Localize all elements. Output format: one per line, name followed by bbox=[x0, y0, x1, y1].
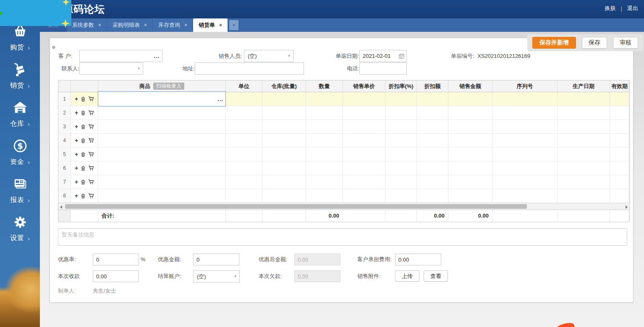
grid-cell[interactable] bbox=[417, 175, 448, 189]
grid-cell[interactable] bbox=[385, 134, 417, 148]
grid-cell[interactable] bbox=[417, 161, 448, 175]
grid-cell[interactable] bbox=[417, 134, 448, 148]
grid-cell[interactable] bbox=[306, 175, 343, 189]
cart-icon[interactable] bbox=[88, 151, 94, 157]
tab-purchase-detail[interactable]: 采购明细表× bbox=[107, 18, 153, 32]
remark-textarea[interactable] bbox=[58, 228, 627, 246]
grid-cell[interactable] bbox=[306, 148, 343, 161]
add-row-icon[interactable]: + bbox=[75, 138, 78, 143]
received-input[interactable] bbox=[93, 270, 139, 282]
grid-cell[interactable] bbox=[448, 148, 492, 161]
grid-cell[interactable] bbox=[558, 134, 610, 148]
settle-account-select[interactable]: (空) ▾ bbox=[193, 270, 240, 283]
grid-cell[interactable] bbox=[492, 134, 558, 148]
salesperson-select[interactable]: (空) ▾ bbox=[244, 50, 293, 62]
audit-button[interactable]: 审核 bbox=[613, 37, 638, 49]
grid-cell[interactable] bbox=[226, 106, 262, 120]
delete-row-icon[interactable] bbox=[81, 110, 86, 116]
grid-cell[interactable] bbox=[385, 106, 417, 120]
grid-cell[interactable] bbox=[306, 120, 343, 134]
customer-fee-input[interactable] bbox=[395, 254, 441, 265]
panel-settings-icon[interactable] bbox=[52, 44, 56, 51]
grid-cell[interactable] bbox=[448, 189, 492, 203]
cart-icon[interactable] bbox=[88, 124, 94, 130]
grid-cell[interactable] bbox=[98, 106, 226, 120]
tab-close-icon[interactable]: × bbox=[184, 18, 187, 32]
grid-cell[interactable] bbox=[492, 92, 558, 106]
grid-cell[interactable] bbox=[558, 106, 610, 120]
tab-sales-order[interactable]: 销货单× bbox=[193, 18, 228, 32]
tab-inventory-query[interactable]: 库存查询× bbox=[153, 18, 193, 32]
cart-icon[interactable] bbox=[88, 193, 94, 199]
grid-cell[interactable] bbox=[98, 120, 226, 134]
grid-cell[interactable] bbox=[343, 189, 385, 203]
scan-input-button[interactable]: 扫描枪录入 bbox=[153, 83, 184, 90]
grid-cell[interactable] bbox=[558, 120, 610, 134]
save-button[interactable]: 保存 bbox=[582, 37, 607, 49]
grid-cell[interactable] bbox=[448, 175, 492, 189]
view-button[interactable]: 查看 bbox=[424, 270, 448, 282]
delete-row-icon[interactable] bbox=[81, 96, 86, 102]
grid-cell[interactable] bbox=[262, 106, 306, 120]
cart-icon[interactable] bbox=[88, 165, 94, 171]
grid-cell[interactable] bbox=[610, 175, 629, 189]
grid-cell[interactable] bbox=[343, 134, 385, 148]
grid-cell[interactable] bbox=[343, 92, 385, 106]
tab-close-icon[interactable]: × bbox=[98, 18, 101, 32]
tab-system-params[interactable]: 系统参数× bbox=[67, 18, 107, 32]
grid-cell[interactable] bbox=[417, 189, 448, 203]
grid-cell[interactable] bbox=[226, 134, 262, 148]
grid-cell[interactable] bbox=[385, 120, 417, 134]
delete-row-icon[interactable] bbox=[81, 152, 86, 157]
upload-button[interactable]: 上传 bbox=[395, 270, 419, 282]
grid-cell[interactable] bbox=[226, 161, 262, 175]
grid-cell[interactable] bbox=[448, 106, 492, 120]
grid-cell[interactable] bbox=[492, 161, 558, 175]
sidebar-item-reports[interactable]: 报表› bbox=[0, 176, 40, 214]
customer-input[interactable] bbox=[79, 50, 162, 62]
grid-cell[interactable] bbox=[306, 92, 343, 106]
grid-cell[interactable] bbox=[385, 161, 417, 175]
grid-cell[interactable] bbox=[492, 189, 558, 203]
grid-cell[interactable] bbox=[385, 189, 417, 203]
grid-cell[interactable] bbox=[610, 189, 629, 203]
add-row-icon[interactable]: + bbox=[75, 96, 78, 102]
grid-cell[interactable] bbox=[385, 148, 417, 161]
grid-cell[interactable] bbox=[492, 148, 558, 161]
tab-close-icon[interactable]: × bbox=[144, 18, 147, 32]
product-lookup-icon[interactable]: ... bbox=[215, 96, 225, 102]
delete-row-icon[interactable] bbox=[81, 166, 86, 171]
save-and-new-button[interactable]: 保存并新增 bbox=[532, 37, 576, 49]
grid-cell[interactable] bbox=[343, 106, 385, 120]
grid-cell[interactable] bbox=[558, 189, 610, 203]
grid-cell[interactable] bbox=[343, 175, 385, 189]
grid-cell[interactable] bbox=[448, 92, 492, 106]
grid-cell[interactable] bbox=[610, 161, 629, 175]
grid-cell[interactable] bbox=[492, 106, 558, 120]
add-row-icon[interactable]: + bbox=[75, 151, 78, 157]
grid-cell[interactable] bbox=[306, 161, 343, 175]
grid-cell[interactable] bbox=[98, 161, 226, 175]
grid-cell[interactable] bbox=[610, 148, 629, 161]
grid-cell[interactable] bbox=[98, 148, 226, 161]
customer-lookup-icon[interactable]: ... bbox=[154, 50, 160, 62]
grid-cell[interactable] bbox=[226, 120, 262, 134]
sidebar-item-purchase[interactable]: 购货› bbox=[0, 23, 40, 62]
sidebar-item-warehouse[interactable]: 仓库› bbox=[0, 100, 40, 138]
calendar-icon[interactable] bbox=[399, 53, 404, 60]
grid-cell[interactable] bbox=[98, 175, 226, 189]
grid-cell[interactable] bbox=[610, 120, 629, 134]
product-input[interactable] bbox=[98, 92, 215, 106]
scroll-right-icon[interactable] bbox=[623, 203, 629, 210]
grid-cell[interactable] bbox=[558, 148, 610, 161]
cart-icon[interactable] bbox=[88, 96, 94, 102]
grid-cell[interactable] bbox=[610, 92, 629, 106]
scrollbar-thumb[interactable] bbox=[65, 204, 527, 209]
grid-cell[interactable] bbox=[262, 120, 306, 134]
change-skin-link[interactable]: 换肤 bbox=[605, 5, 616, 12]
grid-cell[interactable] bbox=[385, 92, 417, 106]
grid-cell[interactable] bbox=[306, 134, 343, 148]
add-row-icon[interactable]: + bbox=[75, 165, 78, 171]
grid-cell[interactable] bbox=[343, 161, 385, 175]
phone-input[interactable] bbox=[359, 62, 407, 75]
